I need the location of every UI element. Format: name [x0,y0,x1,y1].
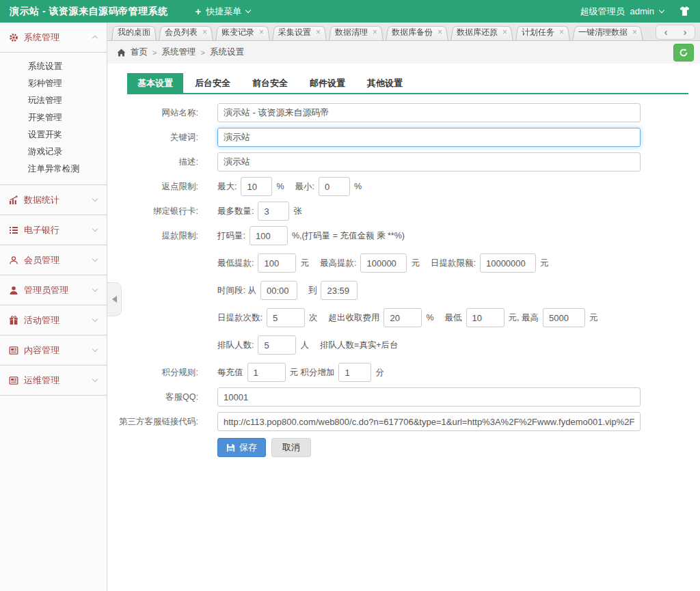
tab-member-list[interactable]: 会员列表× [159,25,213,40]
quick-menu-button[interactable]: + 快捷菜单 [195,5,250,18]
list-icon [9,225,21,235]
tab-frontend-security[interactable]: 前台安全 [242,73,298,93]
save-button[interactable]: 保存 [217,438,266,457]
fee-max-input[interactable] [543,308,585,327]
third-party-label: 第三方客服链接代码: [118,416,217,428]
tab-account-changes[interactable]: 账变记录× [215,25,270,40]
sidebar-item-play-manage[interactable]: 玩法管理 [0,92,107,109]
withdraw-count-unit: 次 [309,312,318,324]
withdraw-min-input[interactable] [258,253,296,273]
bank-card-qty-input[interactable] [258,202,289,221]
sidebar-item-label: 管理员管理 [24,284,68,297]
sidebar-item-ebank[interactable]: 电子银行 [0,215,107,245]
tab-one-key-clean[interactable]: 一键清理数据× [572,25,643,40]
withdraw-count-input[interactable] [267,308,305,327]
third-party-link-input[interactable] [217,412,641,431]
sidebar-item-lottery-manage[interactable]: 彩种管理 [0,75,107,92]
sidebar-item-members[interactable]: 会员管理 [0,245,107,275]
breadcrumb: 首页 > 系统管理 > 系统设置 [107,41,700,64]
queue-input[interactable] [258,335,296,355]
tab-scheduled-tasks[interactable]: 计划任务× [515,25,570,40]
user-icon [9,256,21,265]
keywords-input[interactable] [217,128,641,147]
close-icon[interactable]: × [632,27,637,37]
news-icon [9,346,21,355]
bank-card-label: 绑定银行卡: [118,206,217,217]
chevron-down-icon [659,7,664,12]
plus-icon: + [195,5,201,17]
rebate-max-input[interactable] [241,177,272,196]
tab-collect-settings[interactable]: 采集设置× [272,25,327,40]
service-qq-input[interactable] [217,387,641,407]
time-to-label: 到 [308,285,317,297]
chevron-up-icon [92,36,98,41]
description-input[interactable] [217,152,641,171]
tab-db-backup[interactable]: 数据库备份× [386,25,448,40]
time-from-input[interactable] [260,281,297,300]
tab-my-desktop[interactable]: 我的桌面 [111,25,157,40]
bank-card-qty-unit: 张 [293,206,302,217]
tab-mail-settings[interactable]: 邮件设置 [299,73,355,93]
close-icon[interactable]: × [502,27,507,37]
sidebar-item-draw-manage[interactable]: 开奖管理 [0,109,107,126]
close-icon[interactable]: × [316,27,321,37]
sidebar-item-system[interactable]: 系统管理 [0,23,107,53]
time-to-input[interactable] [321,281,358,300]
close-icon[interactable]: × [373,27,377,37]
tab-scroll-next-button[interactable]: › [675,25,695,39]
queue-unit: 人 [300,340,309,351]
breadcrumb-level1[interactable]: 系统管理 [161,46,196,58]
rebate-min-input[interactable] [319,177,350,196]
tab-basic-settings[interactable]: 基本设置 [127,73,183,93]
sidebar-collapse-handle[interactable] [107,282,122,316]
turnover-label: 打码量: [217,230,245,242]
site-name-input[interactable] [217,103,641,122]
fee-min-label: 最低 [445,312,462,324]
sidebar-item-statistics[interactable]: 数据统计 [0,185,107,215]
sidebar-item-draw-set[interactable]: 设置开奖 [0,126,107,143]
turnover-input[interactable] [250,226,288,245]
sidebar-item-game-record[interactable]: 游戏记录 [0,143,107,161]
close-icon[interactable]: × [559,27,564,37]
save-icon [226,443,235,452]
app-title: 演示站 - 该资源来自源码帝管理系统 [10,5,167,18]
fee-max-unit: 元 [589,312,598,324]
sidebar-item-admins[interactable]: 管理员管理 [0,275,107,305]
withdraw-limit-label: 提款限制: [118,230,217,242]
close-icon[interactable]: × [202,27,207,37]
points-mid-label: 元 积分增加 [290,367,335,379]
sidebar-item-contents[interactable]: 内容管理 [0,335,107,366]
tab-scroll-prev-button[interactable]: ‹ [656,25,675,39]
form-row-bank-card: 绑定银行卡: 最多数量: 张 [118,202,688,221]
tab-backend-security[interactable]: 后台安全 [185,73,241,93]
close-icon[interactable]: × [259,27,264,37]
points-recharge-input[interactable] [247,363,286,382]
collapse-arrow-icon [112,296,117,303]
points-add-input[interactable] [338,363,371,382]
chevron-down-icon [92,346,98,352]
sidebar-item-bet-anomaly[interactable]: 注单异常检测 [0,161,107,178]
theme-tshirt-icon[interactable] [679,6,690,16]
chevron-down-icon [92,316,98,322]
home-icon [117,49,126,57]
close-icon[interactable]: × [438,27,442,37]
sidebar-item-label: 活动管理 [24,314,59,327]
sidebar-item-operations[interactable]: 运维管理 [0,366,107,396]
username-menu[interactable]: admin [630,6,654,16]
cancel-button[interactable]: 取消 [271,438,311,457]
breadcrumb-home[interactable]: 首页 [131,46,148,58]
tab-data-clean[interactable]: 数据清理× [329,25,383,40]
fee-min-input[interactable] [466,308,504,327]
sidebar-item-activities[interactable]: 活动管理 [0,305,107,335]
chevron-down-icon [92,286,98,292]
withdraw-daily-input[interactable] [480,253,536,273]
tab-db-restore[interactable]: 数据库还原× [450,25,513,40]
sidebar-item-system-settings[interactable]: 系统设置 [0,58,107,75]
form-row-keywords: 关键词: [118,128,688,147]
withdraw-max-input[interactable] [360,253,407,273]
chevron-down-icon [92,256,98,262]
excess-fee-input[interactable] [383,308,422,327]
tab-other-settings[interactable]: 其他设置 [357,73,413,93]
app-header: 演示站 - 该资源来自源码帝管理系统 + 快捷菜单 超级管理员 admin [0,0,700,23]
refresh-button[interactable] [673,44,694,61]
